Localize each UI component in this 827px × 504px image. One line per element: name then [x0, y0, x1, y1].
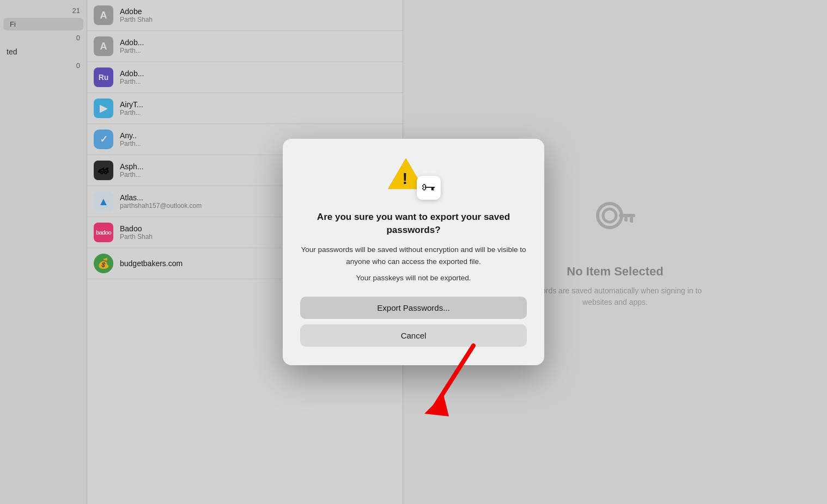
cancel-button[interactable]: Cancel [300, 324, 527, 347]
keychain-icon: 🗝 [417, 176, 441, 200]
modal-overlay: ! 🗝 Are you sure you want to export your… [0, 0, 827, 504]
export-passwords-button[interactable]: Export Passwords... [300, 297, 527, 319]
svg-line-7 [435, 346, 473, 405]
svg-marker-8 [424, 395, 449, 416]
red-arrow-annotation [392, 335, 501, 433]
export-passwords-modal: ! 🗝 Are you sure you want to export your… [283, 139, 544, 365]
modal-title: Are you sure you want to export your sav… [300, 211, 527, 237]
modal-icon-area: ! 🗝 [386, 156, 441, 200]
modal-body: Your passwords will be saved without enc… [300, 244, 527, 267]
svg-text:!: ! [402, 170, 408, 187]
modal-note: Your passkeys will not be exported. [356, 272, 471, 284]
